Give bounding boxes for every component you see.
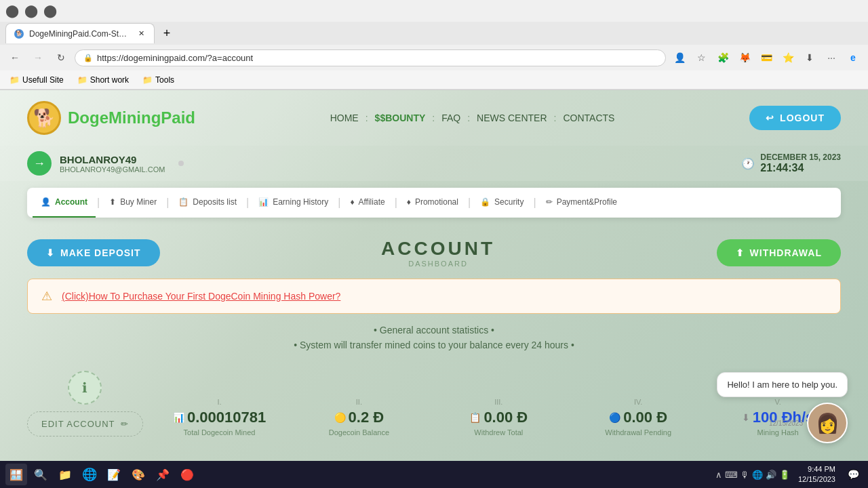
make-deposit-button[interactable]: ⬇ MAKE DEPOSIT bbox=[27, 239, 160, 266]
security-icon: 🔒 bbox=[480, 197, 490, 207]
stat-value-3: 0.00 Ð bbox=[484, 409, 528, 426]
main-content: ⬇ MAKE DEPOSIT ACCOUNT DASHBOARD ⬆ WITHD… bbox=[0, 224, 868, 457]
address-bar[interactable]: 🔒 https://dogeminingpaid.com/?a=account bbox=[75, 49, 666, 66]
stat-value-1: 0.00010781 bbox=[187, 409, 266, 426]
favorites-icon[interactable]: ☆ bbox=[692, 48, 711, 67]
nav-home[interactable]: HOME bbox=[328, 110, 361, 126]
bookmark-short-work[interactable]: 📁 Short work bbox=[73, 74, 133, 86]
taskbar-datetime[interactable]: 9:44 PM 12/15/2023 bbox=[794, 464, 840, 485]
app-red[interactable]: 🔴 bbox=[176, 464, 198, 485]
stat-doge-icon: 🟡 bbox=[334, 412, 346, 423]
website-content: 🐕 DogeMiningPaid HOME : $$BOUNTY : FAQ :… bbox=[0, 90, 868, 486]
stat-label-1: Total Dogecoin Mined bbox=[157, 428, 283, 436]
nav-bounty[interactable]: $$BOUNTY bbox=[372, 110, 429, 126]
notification-button[interactable]: 💬 bbox=[844, 465, 863, 484]
user-details: BHOLANROY49 BHOLANROY49@GMAIL.COM bbox=[60, 154, 165, 174]
tab-account[interactable]: 👤 Account bbox=[33, 188, 96, 218]
deposit-icon: ⬇ bbox=[46, 247, 55, 258]
chat-avatar[interactable]: 👩 bbox=[807, 403, 848, 443]
edge-browser-button[interactable]: 🌐 bbox=[79, 464, 100, 485]
stat-total-mined: I. 📊 0.00010781 Total Dogecoin Mined bbox=[157, 398, 283, 436]
stats-left-panel: ℹ EDIT ACCOUNT ✏ bbox=[27, 371, 143, 436]
taskbar-left: 🪟 🔍 📁 🌐 📝 🎨 📌 🔴 bbox=[5, 464, 198, 485]
tab-earning-history[interactable]: 📊 Earning History bbox=[250, 188, 336, 218]
extensions-icon[interactable]: 🧩 bbox=[713, 48, 732, 67]
stat-value-2: 0.2 Ð bbox=[349, 409, 384, 426]
payment-icon: ✏ bbox=[546, 197, 553, 207]
keyboard-icon[interactable]: ⌨ bbox=[725, 470, 738, 480]
stat-withdrew-total: III. 📋 0.00 Ð Withdrew Total bbox=[435, 398, 561, 436]
info-circle: ℹ bbox=[68, 371, 102, 405]
logout-button[interactable]: ↩ LOGOUT bbox=[749, 106, 841, 130]
account-title-block: ACCOUNT DASHBOARD bbox=[381, 238, 495, 268]
bookmark-tools[interactable]: 📁 Tools bbox=[138, 74, 178, 86]
folder-icon: 📁 bbox=[77, 75, 87, 85]
folder-icon: 📁 bbox=[9, 75, 20, 85]
browser-profile-icon[interactable]: 🦊 bbox=[735, 48, 754, 67]
start-button[interactable]: 🪟 bbox=[5, 464, 27, 485]
new-tab-button[interactable]: + bbox=[157, 24, 176, 43]
tab-close-button[interactable]: ✕ bbox=[136, 29, 146, 39]
affiliate-icon: ♦ bbox=[350, 197, 354, 207]
security-label: Security bbox=[494, 197, 524, 207]
profile-icon[interactable]: 👤 bbox=[670, 48, 689, 67]
microphone-icon[interactable]: 🎙 bbox=[741, 470, 749, 480]
deposits-label: Deposits list bbox=[193, 197, 237, 207]
datetime-display: 🕐 DECEMBER 15, 2023 21:44:34 bbox=[741, 152, 841, 174]
stat-label-3: Withdrew Total bbox=[435, 428, 561, 436]
edit-account-button[interactable]: EDIT ACCOUNT ✏ bbox=[27, 411, 143, 436]
stat-label-2: Dogecoin Balance bbox=[296, 428, 422, 436]
promo-icon: ♦ bbox=[407, 197, 411, 207]
withdrawal-label: WITHDRAWAL bbox=[750, 247, 822, 258]
account-tab-label: Account bbox=[55, 197, 87, 207]
volume-icon[interactable]: 🔊 bbox=[766, 470, 776, 480]
logout-icon: ↩ bbox=[766, 113, 774, 123]
nav-faq[interactable]: FAQ bbox=[439, 110, 463, 126]
tab-affiliate[interactable]: ♦ Affiliate bbox=[342, 188, 393, 218]
tab-promotional[interactable]: ♦ Promotional bbox=[399, 188, 467, 218]
logout-label: LOGOUT bbox=[780, 113, 825, 123]
edit-label: EDIT ACCOUNT bbox=[41, 419, 115, 429]
wallet-icon[interactable]: 💳 bbox=[757, 48, 776, 67]
tab-payment-profile[interactable]: ✏ Payment&Profile bbox=[538, 188, 625, 218]
lock-icon: 🔒 bbox=[83, 54, 93, 62]
earning-icon: 📊 bbox=[258, 197, 269, 207]
bookmark-usefull-site[interactable]: 📁 Usefull Site bbox=[5, 74, 68, 86]
bookmark-label: Tools bbox=[155, 75, 174, 85]
stat-value-4: 0.00 Ð bbox=[623, 409, 667, 426]
chevron-icon[interactable]: ∧ bbox=[715, 470, 722, 480]
user-bar: → BHOLANROY49 BHOLANROY49@GMAIL.COM 🕐 DE… bbox=[0, 146, 868, 181]
download-icon[interactable]: ⬇ bbox=[800, 48, 819, 67]
settings-icon[interactable]: ··· bbox=[822, 48, 841, 67]
search-button[interactable]: 🔍 bbox=[30, 464, 52, 485]
datetime-date: DECEMBER 15, 2023 bbox=[760, 152, 841, 162]
nav-news-center[interactable]: NEWS CENTER bbox=[474, 110, 549, 126]
pinned-app-1[interactable]: 📌 bbox=[152, 464, 174, 485]
deposits-icon: 📋 bbox=[178, 197, 189, 207]
stat-pending-icon: 🔵 bbox=[609, 412, 620, 423]
withdrawal-button[interactable]: ⬆ WITHDRAWAL bbox=[717, 239, 841, 266]
bookmarks-bar: 📁 Usefull Site 📁 Short work 📁 Tools bbox=[0, 70, 868, 89]
reload-button[interactable]: ↻ bbox=[52, 48, 71, 67]
illustrator-button[interactable]: 🎨 bbox=[127, 464, 149, 485]
stat-bar-icon: 📊 bbox=[173, 412, 184, 423]
file-explorer-button[interactable]: 📁 bbox=[54, 464, 76, 485]
network-icon[interactable]: 🌐 bbox=[752, 470, 763, 480]
tab-security[interactable]: 🔒 Security bbox=[472, 188, 532, 218]
user-avatar[interactable]: → bbox=[27, 151, 52, 176]
stat-roman-1: I. bbox=[157, 398, 283, 406]
notepad-button[interactable]: 📝 bbox=[103, 464, 125, 485]
nav-contacts[interactable]: CONTACTS bbox=[560, 110, 617, 126]
alert-link[interactable]: (Click)How To Purchase Your First DogeCo… bbox=[62, 291, 340, 302]
account-tab-icon: 👤 bbox=[41, 197, 51, 207]
logo-area: 🐕 DogeMiningPaid bbox=[27, 101, 195, 135]
sys-tray-icons: ∧ ⌨ 🎙 🌐 🔊 🔋 bbox=[715, 470, 790, 480]
datetime-time: 21:44:34 bbox=[760, 162, 841, 174]
browser-tab[interactable]: 🐕 DogeMiningPaid.Com-Start Mini... ✕ bbox=[5, 23, 155, 43]
stat-withdrew-icon: 📋 bbox=[469, 412, 481, 423]
tab-buy-miner[interactable]: ⬆ Buy Miner bbox=[101, 188, 165, 218]
back-button[interactable]: ← bbox=[5, 48, 24, 67]
tab-deposits-list[interactable]: 📋 Deposits list bbox=[170, 188, 245, 218]
collections-icon[interactable]: ⭐ bbox=[778, 48, 797, 67]
promo-label: Promotional bbox=[415, 197, 458, 207]
